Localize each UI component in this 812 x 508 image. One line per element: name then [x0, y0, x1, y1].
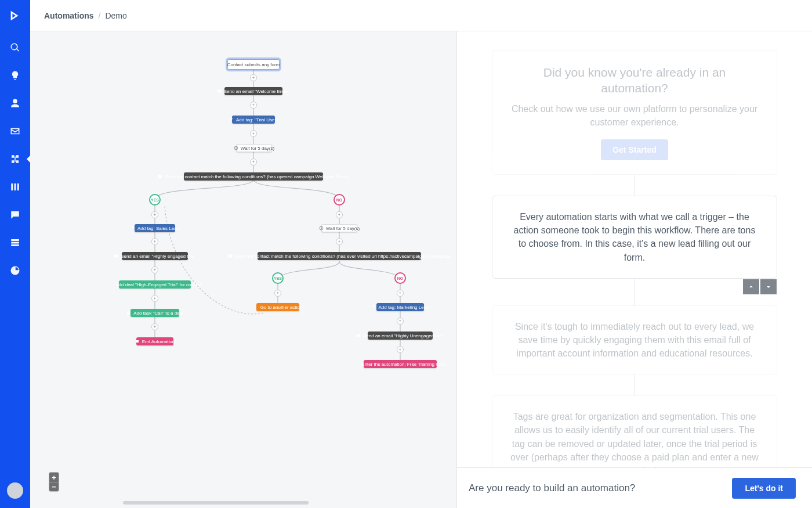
- cta-bar: Are you ready to build an automation? Le…: [457, 467, 812, 508]
- tutorial-panel: Did you know you're already in an automa…: [457, 31, 812, 508]
- nav-conversations[interactable]: [0, 207, 30, 223]
- cta-prompt: Are you ready to build an automation?: [469, 482, 635, 494]
- automation-canvas[interactable]: Contact submits any form + Send an email…: [30, 31, 456, 508]
- branch-yes-2: YES: [272, 272, 284, 284]
- nav-automations[interactable]: [0, 151, 30, 167]
- branch-no-2: NO: [394, 272, 406, 284]
- user-avatar[interactable]: [7, 482, 23, 499]
- svg-point-1: [158, 175, 162, 179]
- add-step[interactable]: +: [250, 74, 257, 81]
- intro-body: Check out how we use our own platform to…: [509, 102, 760, 129]
- node-send-unengaged-email[interactable]: Send an email "Highly Unengaged trial": [368, 332, 433, 340]
- step-prev-button[interactable]: [743, 279, 759, 294]
- add-step[interactable]: +: [151, 295, 158, 302]
- branch-no: NO: [334, 194, 345, 206]
- zoom-in[interactable]: +: [49, 473, 59, 482]
- canvas-h-scrollbar[interactable]: [123, 501, 309, 505]
- step-next-button[interactable]: [760, 279, 777, 294]
- node-enter-automation[interactable]: Enter the automation: Free Training Offe…: [364, 360, 437, 368]
- get-started-button[interactable]: Get Started: [601, 139, 668, 160]
- trigger-node[interactable]: Contact submits any form: [227, 59, 280, 70]
- tutorial-step-2: Since it's tough to immediately reach ou…: [492, 305, 777, 375]
- zoom-controls: + −: [49, 472, 59, 492]
- intro-title: Did you know you're already in an automa…: [509, 64, 760, 96]
- add-step[interactable]: +: [151, 266, 158, 273]
- tutorial-step-3: Tags are great for organization and segm…: [492, 395, 777, 467]
- nav-search[interactable]: [0, 39, 30, 56]
- node-send-highly-engaged-email[interactable]: Send an email "Highly engaged trial": [122, 252, 188, 260]
- breadcrumb-root[interactable]: Automations: [44, 11, 94, 20]
- nav-campaigns[interactable]: [0, 123, 30, 139]
- sidebar-bottom: [7, 441, 23, 508]
- nav-contacts[interactable]: [0, 95, 30, 111]
- add-step[interactable]: +: [397, 346, 404, 353]
- add-step[interactable]: +: [274, 290, 281, 297]
- add-step[interactable]: +: [151, 323, 158, 330]
- sidebar-nav: [0, 39, 30, 279]
- nav-deals[interactable]: [0, 179, 30, 195]
- node-end-automation[interactable]: End Automation: [136, 337, 173, 345]
- step-1-body: Every automation starts with what we cal…: [509, 210, 760, 264]
- app-logo[interactable]: [9, 9, 21, 24]
- add-step[interactable]: +: [397, 318, 404, 325]
- add-step[interactable]: +: [336, 238, 343, 245]
- node-add-deal[interactable]: Add deal "High-Engaged Trial" for contac…: [119, 280, 191, 289]
- add-step[interactable]: +: [397, 290, 404, 297]
- add-step[interactable]: +: [250, 102, 257, 109]
- step-3-body: Tags are great for organization and segm…: [509, 410, 760, 467]
- app-sidebar: [0, 0, 30, 508]
- step-2-body: Since it's tough to immediately reach ou…: [509, 320, 760, 361]
- node-add-task[interactable]: Add task "Call" to a deal: [130, 309, 179, 317]
- breadcrumb: Automations / Demo: [30, 0, 812, 31]
- nav-ideas[interactable]: [0, 67, 30, 84]
- add-step[interactable]: +: [151, 238, 158, 245]
- tutorial-intro-card: Did you know you're already in an automa…: [492, 50, 777, 175]
- node-condition-visited-pricing[interactable]: Does the contact match the following con…: [258, 252, 421, 260]
- node-add-tag-trial-user[interactable]: Add tag: "Trial User": [232, 116, 275, 124]
- zoom-out[interactable]: −: [49, 482, 59, 491]
- breadcrumb-current: Demo: [105, 11, 126, 20]
- node-add-tag-sales-lead[interactable]: Add tag: Sales Lead: [135, 224, 175, 232]
- lets-do-it-button[interactable]: Let's do it: [732, 478, 796, 499]
- node-goto-action[interactable]: Go to another action: [256, 303, 299, 311]
- add-step[interactable]: +: [250, 130, 257, 137]
- node-add-tag-marketing-lead[interactable]: Add tag: Marketing Lead: [376, 303, 424, 311]
- add-step[interactable]: +: [151, 211, 158, 218]
- add-step[interactable]: +: [250, 158, 257, 165]
- svg-point-3: [228, 254, 232, 258]
- node-condition-opened-welcome[interactable]: Does the contact match the following con…: [184, 172, 323, 181]
- node-wait-5-days-2[interactable]: Wait for 5 day(s): [321, 224, 357, 232]
- step-nav: [743, 279, 777, 294]
- tutorial-step-active: Every automation starts with what we cal…: [492, 196, 777, 279]
- branch-yes: YES: [149, 194, 161, 206]
- add-step[interactable]: +: [336, 211, 343, 218]
- nav-site[interactable]: [0, 235, 30, 251]
- nav-reports[interactable]: [0, 262, 30, 279]
- node-wait-5-days[interactable]: Wait for 5 day(s): [236, 144, 272, 152]
- node-send-welcome-email[interactable]: Send an email "Welcome Email": [224, 87, 282, 95]
